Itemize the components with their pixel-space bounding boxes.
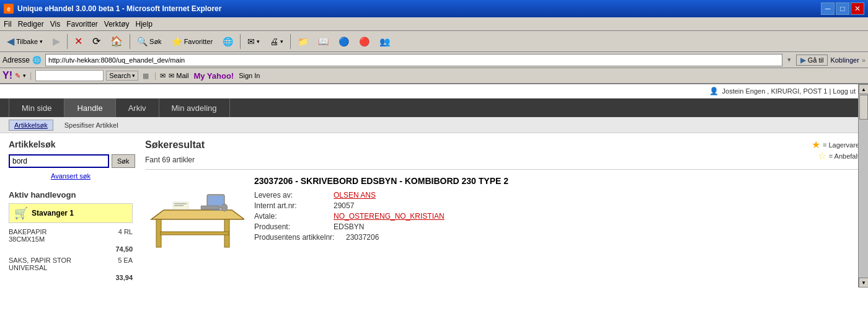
menu-fil[interactable]: Fil <box>4 20 12 29</box>
back-button[interactable]: ◀ Tilbake ▾ <box>2 33 47 50</box>
detail-row-0: Leveres av: OLSEN ANS <box>254 191 859 200</box>
menu-bar: Fil Rediger Vis Favoritter Verktøy Hjelp <box>0 17 868 31</box>
mail-icon2: ✉ <box>160 72 166 79</box>
address-input[interactable] <box>45 54 782 66</box>
main-content: Artikkelsøk Søk Avansert søk Aktiv handl… <box>0 133 868 287</box>
results-count: Fant 69 artikler <box>145 156 205 164</box>
yahoo-dropdown-arrow[interactable]: ▾ <box>23 72 26 79</box>
red-icon: 🔴 <box>359 37 370 46</box>
user-bar: 👤 Jostein Engen , KIRURGI, POST 1 | Logg… <box>0 84 868 99</box>
svg-rect-11 <box>174 203 187 204</box>
right-panel: Søkeresultat Fant 69 artikler ★ = Lagerv… <box>145 139 859 281</box>
menu-favoritter[interactable]: Favoritter <box>66 20 98 29</box>
search-button[interactable]: 🔍 Søk <box>133 33 166 50</box>
links-label[interactable]: Koblinger <box>830 56 859 64</box>
cart-title: Aktiv handlevogn <box>9 190 133 200</box>
cart-item-name-1: BAKEPAPIR 38CMX15M <box>9 228 83 243</box>
yahoo-my-yahoo[interactable]: My Yahoo! <box>193 71 234 81</box>
back-icon: ◀ <box>7 35 14 47</box>
nav-tab-handle[interactable]: Handle <box>64 99 115 117</box>
scrollbar-thumb[interactable] <box>859 95 868 120</box>
divider2 <box>130 34 130 49</box>
refresh-button[interactable]: ⟳ <box>88 33 105 50</box>
address-bar: Adresse 🌐 ▾ ▶ Gå til Koblinger » <box>0 52 868 68</box>
user-info: Jostein Engen , KIRURGI, POST 1 | Logg u… <box>722 87 856 95</box>
scrollbar[interactable]: ▲ ▼ <box>858 84 868 287</box>
cart-item-name-2: SAKS, PAPIR STOR UNIVERSAL <box>9 257 83 271</box>
toolbar-extra4[interactable]: 🔴 <box>355 33 374 50</box>
forward-button[interactable]: ▶ <box>48 33 64 50</box>
results-title: Søkeresultat <box>145 139 205 151</box>
scrollbar-up[interactable]: ▲ <box>859 84 868 94</box>
nav-tab-minavdeling[interactable]: Min avdeling <box>159 99 230 117</box>
yahoo-search-dropdown[interactable]: ▾ <box>132 72 135 79</box>
divider3 <box>240 34 241 49</box>
toolbar-extra2[interactable]: 📖 <box>314 33 333 50</box>
forward-icon: ▶ <box>53 35 60 47</box>
article-search-button[interactable]: Søk <box>112 154 135 168</box>
detail-value-0[interactable]: OLSEN ANS <box>334 191 376 200</box>
menu-verktoy[interactable]: Verktøy <box>104 20 130 29</box>
media-button[interactable]: 🌐 <box>218 33 237 50</box>
detail-row-2: Avtale: NO_OSTERENG_NO_KRISTIAN <box>254 212 859 221</box>
print-button[interactable]: 🖨 ▾ <box>265 33 288 50</box>
links-expand-icon[interactable]: » <box>862 56 866 64</box>
nav-tab-minside[interactable]: Min side <box>9 99 64 117</box>
product-image <box>145 176 244 250</box>
subnav-spesifiser[interactable]: Spesifiser Artikkel <box>60 120 123 130</box>
minimize-button[interactable]: ─ <box>821 2 835 15</box>
left-panel: Artikkelsøk Søk Avansert søk Aktiv handl… <box>9 139 133 281</box>
divider4 <box>290 34 291 49</box>
detail-label-3: Produsent: <box>254 222 329 231</box>
svg-marker-0 <box>151 210 244 219</box>
cart-price-2: 33,94 <box>9 274 133 281</box>
stop-icon: ✕ <box>74 35 82 47</box>
detail-value-2[interactable]: NO_OSTERENG_NO_KRISTIAN <box>334 212 445 221</box>
toolbar-grip: ▦ <box>143 72 149 80</box>
dropdown-icon[interactable]: ▾ <box>787 56 791 64</box>
product-info: 23037206 - SKRIVEBORD EDSBYN - KOMBIBORD… <box>254 176 859 250</box>
toolbar-extra1[interactable]: 📁 <box>293 33 312 50</box>
cart-icon: 🛒 <box>14 206 28 220</box>
article-search-input[interactable] <box>9 154 109 168</box>
main-nav: Min side Handle Arkiv Min avdeling <box>0 99 868 117</box>
favorites-button[interactable]: ⭐ Favoritter <box>167 33 217 50</box>
home-icon: 🏠 <box>110 35 123 47</box>
detail-label-0: Leveres av: <box>254 191 329 200</box>
scrollbar-track <box>859 94 868 278</box>
toolbar-extra3[interactable]: 🔵 <box>334 33 353 50</box>
yahoo-signin-link[interactable]: Sign In <box>239 72 260 79</box>
cart-item-2: SAKS, PAPIR STOR UNIVERSAL 5 EA <box>9 257 133 271</box>
go-button[interactable]: ▶ Gå til <box>796 55 828 66</box>
detail-value-1: 29057 <box>334 201 354 210</box>
toolbar-extra5[interactable]: 👥 <box>375 33 394 50</box>
yahoo-mail-link[interactable]: ✉ ✉ Mail <box>160 72 188 80</box>
yahoo-search-button[interactable]: Search ▾ <box>106 71 138 81</box>
menu-hjelp[interactable]: Hjelp <box>136 20 153 29</box>
advanced-search-anchor[interactable]: Avansert søk <box>51 172 91 180</box>
detail-label-4: Produsentens artikkelnr: <box>254 233 341 242</box>
menu-rediger[interactable]: Rediger <box>18 20 44 29</box>
stop-button[interactable]: ✕ <box>70 33 87 50</box>
content-area: 👤 Jostein Engen , KIRURGI, POST 1 | Logg… <box>0 84 868 287</box>
nav-tab-arkiv[interactable]: Arkiv <box>116 99 159 117</box>
cart-item-qty-1: 4 RL <box>118 228 133 243</box>
detail-row-4: Produsentens artikkelnr: 23037206 <box>254 233 859 242</box>
mail-button[interactable]: ✉ ▾ <box>243 33 264 50</box>
search-form: Søk <box>9 154 133 168</box>
yahoo-edit-icon[interactable]: ✎ <box>15 72 20 80</box>
bluetooth-icon: 🔵 <box>339 37 349 46</box>
mail-icon: ✉ <box>247 37 255 46</box>
cart-price-1: 74,50 <box>9 245 133 253</box>
yahoo-search-input[interactable] <box>35 70 104 81</box>
cart-location-name: Stavanger 1 <box>32 209 74 217</box>
yahoo-bar: Y! ✎ ▾ | Search ▾ ▦ | ✉ ✉ Mail My Yahoo!… <box>0 68 868 84</box>
home-button[interactable]: 🏠 <box>106 33 127 50</box>
subnav-artikkelsok[interactable]: Artikkelsøk <box>9 120 53 131</box>
menu-vis[interactable]: Vis <box>50 20 60 29</box>
scrollbar-down[interactable]: ▼ <box>859 278 868 287</box>
maximize-button[interactable]: □ <box>836 2 849 15</box>
detail-label-1: Internt art.nr: <box>254 201 329 210</box>
close-button[interactable]: ✕ <box>851 2 864 15</box>
address-label: Adresse <box>2 56 30 64</box>
